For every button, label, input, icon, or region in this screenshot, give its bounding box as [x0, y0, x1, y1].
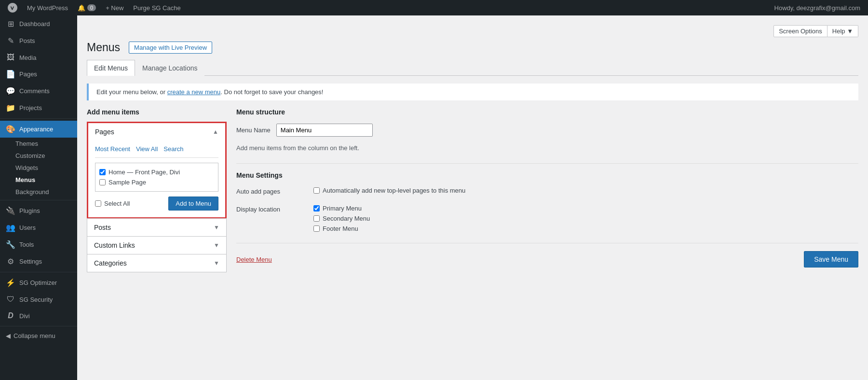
secondary-menu-row: Secondary Menu [313, 215, 858, 222]
delete-menu-link[interactable]: Delete Menu [236, 256, 272, 263]
sidebar-item-media[interactable]: 🖼 Media [0, 49, 77, 66]
help-button[interactable]: Help ▼ [827, 25, 858, 37]
sidebar-label-users: Users [19, 224, 36, 231]
add-menu-items-title: Add menu items [87, 108, 227, 116]
right-panel: Menu structure Menu Name Add menu items … [236, 108, 858, 267]
sidebar-item-plugins[interactable]: 🔌 Plugins [0, 202, 77, 219]
footer-menu-checkbox[interactable] [313, 225, 320, 232]
wp-logo-item[interactable] [4, 0, 21, 15]
sidebar-item-comments[interactable]: 💬 Comments [0, 83, 77, 99]
sg-security-icon: 🛡 [6, 295, 15, 304]
subtab-view-all[interactable]: View All [136, 145, 158, 155]
sidebar-item-sg-security[interactable]: 🛡 SG Security [0, 291, 77, 308]
projects-icon: 📁 [6, 103, 15, 113]
admin-bar: My WordPress 🔔 0 + New Purge SG Cache Ho… [0, 0, 868, 15]
sidebar-label-tools: Tools [19, 241, 34, 248]
sidebar-item-divi[interactable]: D Divi [0, 308, 77, 324]
purge-cache-item[interactable]: Purge SG Cache [129, 0, 184, 15]
sidebar-separator [0, 118, 77, 119]
tab-edit-menus[interactable]: Edit Menus [87, 60, 135, 76]
sidebar-label-media: Media [19, 54, 36, 61]
sidebar-item-tools[interactable]: 🔧 Tools [0, 236, 77, 253]
primary-menu-row: Primary Menu [313, 205, 858, 212]
live-preview-button[interactable]: Manage with Live Preview [129, 42, 212, 54]
notice-text-after: . Do not forget to save your changes! [220, 88, 323, 96]
sidebar-item-background[interactable]: Background [0, 186, 77, 198]
accordion-custom-links: Custom Links ▼ [87, 236, 227, 254]
sidebar-item-customize[interactable]: Customize [0, 150, 77, 162]
select-all-label[interactable]: Select All [95, 200, 130, 207]
save-menu-button[interactable]: Save Menu [804, 251, 858, 267]
menu-name-input[interactable] [276, 124, 373, 137]
site-name-item[interactable]: My WordPress [23, 0, 72, 15]
accordion-pages-body: Most Recent View All Search Home — Front… [88, 141, 225, 217]
sidebar-label-sg-optimizer: SG Optimizer [19, 279, 57, 286]
collapse-label: Collapse menu [14, 332, 55, 339]
sidebar-label-pages: Pages [19, 70, 37, 78]
auto-add-checkbox[interactable] [313, 187, 320, 194]
primary-menu-label[interactable]: Primary Menu [323, 205, 362, 212]
tab-manage-locations[interactable]: Manage Locations [135, 60, 204, 76]
sidebar-label-comments: Comments [19, 87, 50, 95]
sidebar-item-projects[interactable]: 📁 Projects [0, 99, 77, 116]
sidebar-label-dashboard: Dashboard [19, 20, 50, 28]
menu-name-row: Menu Name [236, 124, 858, 137]
sidebar-item-users[interactable]: 👥 Users [0, 219, 77, 236]
footer-menu-label[interactable]: Footer Menu [323, 225, 358, 232]
secondary-menu-label[interactable]: Secondary Menu [323, 215, 370, 222]
list-item: Sample Page [99, 177, 214, 187]
page2-label[interactable]: Sample Page [108, 179, 146, 186]
sidebar-item-themes[interactable]: Themes [0, 138, 77, 150]
accordion-posts-header[interactable]: Posts ▼ [87, 219, 226, 236]
page2-checkbox[interactable] [99, 179, 106, 185]
tools-icon: 🔧 [6, 240, 15, 249]
new-content-item[interactable]: + New [102, 0, 127, 15]
media-icon: 🖼 [6, 53, 15, 62]
subtab-search[interactable]: Search [163, 145, 183, 155]
tab-bar: Edit Menus Manage Locations [87, 60, 858, 76]
accordion-custom-links-header[interactable]: Custom Links ▼ [87, 237, 226, 254]
auto-add-value: Automatically add new top-level pages to… [313, 187, 858, 197]
page-header: Menus Manage with Live Preview [87, 41, 858, 54]
add-to-menu-button[interactable]: Add to Menu [168, 197, 218, 211]
subtab-most-recent[interactable]: Most Recent [95, 145, 130, 155]
select-all-checkbox[interactable] [95, 200, 101, 207]
sidebar-label-posts: Posts [19, 37, 35, 44]
sidebar-item-posts[interactable]: ✎ Posts [0, 32, 77, 49]
page1-checkbox[interactable] [99, 169, 106, 175]
accordion-pages-header[interactable]: Pages ▲ [88, 123, 225, 141]
secondary-menu-checkbox[interactable] [313, 215, 320, 222]
primary-menu-checkbox[interactable] [313, 205, 320, 211]
sidebar-item-sg-optimizer[interactable]: ⚡ SG Optimizer [0, 274, 77, 291]
sidebar-item-menus[interactable]: Menus [0, 174, 77, 186]
menu-bottom-bar: Delete Menu Save Menu [236, 243, 858, 267]
sidebar-separator-3 [0, 272, 77, 272]
notifications-item[interactable]: 🔔 0 [74, 0, 100, 15]
notice-bar: Edit your menu below, or create a new me… [87, 84, 858, 100]
display-location-row: Display location Primary Menu Secondary … [236, 205, 858, 235]
sidebar-item-appearance[interactable]: 🎨 Appearance [0, 121, 77, 138]
accordion-posts: Posts ▼ [87, 218, 227, 237]
sidebar-item-widgets[interactable]: Widgets [0, 162, 77, 174]
screen-options-button[interactable]: Screen Options [773, 25, 827, 37]
sidebar-label-plugins: Plugins [19, 207, 40, 214]
posts-icon: ✎ [6, 36, 15, 45]
users-icon: 👥 [6, 223, 15, 232]
sidebar-item-pages[interactable]: 📄 Pages [0, 66, 77, 83]
dashboard-icon: ⊞ [6, 19, 15, 28]
create-menu-link[interactable]: create a new menu [167, 88, 221, 96]
sidebar-item-dashboard[interactable]: ⊞ Dashboard [0, 15, 77, 32]
sidebar-label-projects: Projects [19, 104, 42, 112]
accordion-categories-header[interactable]: Categories ▼ [87, 254, 226, 272]
sidebar-separator-4 [0, 326, 77, 326]
collapse-menu-item[interactable]: ◀ Collapse menu [0, 328, 77, 343]
sg-optimizer-icon: ⚡ [6, 278, 15, 287]
plugins-icon: 🔌 [6, 206, 15, 215]
page1-label[interactable]: Home — Front Page, Divi [108, 169, 180, 176]
auto-add-checkbox-row: Automatically add new top-level pages to… [313, 187, 858, 194]
divi-icon: D [6, 311, 15, 320]
pages-sub-tabs: Most Recent View All Search [95, 145, 218, 158]
auto-add-checkbox-label[interactable]: Automatically add new top-level pages to… [323, 187, 465, 194]
sidebar-separator-2 [0, 200, 77, 200]
sidebar-item-settings[interactable]: ⚙ Settings [0, 253, 77, 270]
